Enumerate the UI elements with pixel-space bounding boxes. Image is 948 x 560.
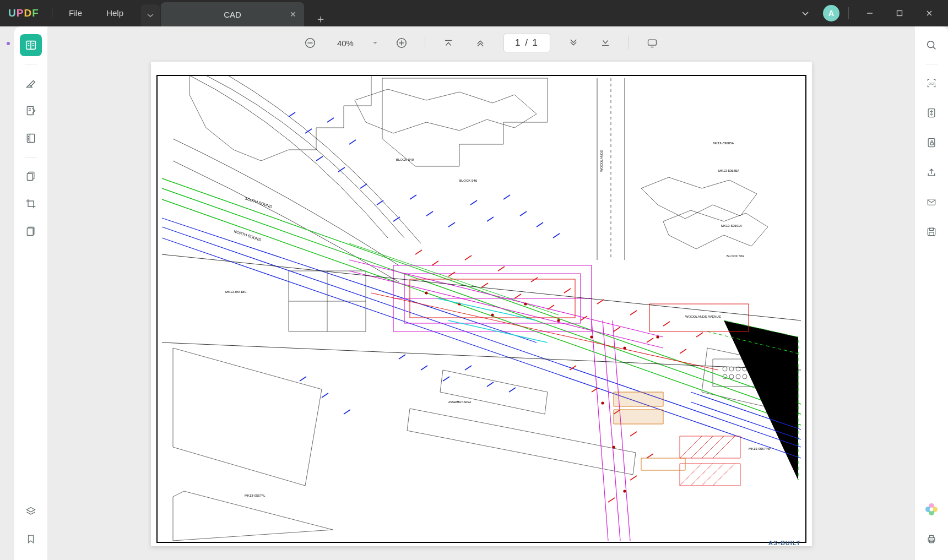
svg-line-97 <box>487 382 494 387</box>
svg-text:BLOCK 546: BLOCK 546 <box>459 179 478 182</box>
svg-line-84 <box>410 195 416 199</box>
tab-bar: CAD ✕ ＋ <box>141 0 332 26</box>
svg-point-33 <box>729 367 734 371</box>
svg-line-83 <box>393 217 400 221</box>
separator <box>25 64 37 64</box>
window-maximize-button[interactable] <box>887 0 912 26</box>
share-button[interactable] <box>920 161 942 183</box>
svg-rect-173 <box>930 535 934 537</box>
left-toolbar <box>14 26 47 560</box>
right-toolbar: OCR <box>915 26 948 560</box>
svg-rect-27 <box>648 40 657 45</box>
menu-help[interactable]: Help <box>94 0 136 26</box>
svg-rect-142 <box>641 458 685 470</box>
svg-line-77 <box>327 118 334 122</box>
cad-drawing: SOUTH BOUND NORTH BOUND MK13-05418C BLOC… <box>151 62 812 546</box>
save-button[interactable] <box>920 221 942 243</box>
top-toolbar: 40% 1 / 1 <box>47 26 915 59</box>
convert-button[interactable] <box>920 102 942 124</box>
menu-file[interactable]: File <box>57 0 94 26</box>
ocr-button[interactable]: OCR <box>920 72 942 94</box>
first-page-button[interactable] <box>440 34 457 52</box>
compress-button[interactable] <box>20 220 42 242</box>
crop-tool-button[interactable] <box>20 193 42 215</box>
highlight-tool-button[interactable] <box>20 72 42 94</box>
edit-text-button[interactable] <box>20 100 42 122</box>
svg-line-61 <box>680 436 702 458</box>
next-page-button[interactable] <box>565 34 582 52</box>
svg-point-127 <box>425 291 427 294</box>
svg-line-66 <box>680 464 702 486</box>
zoom-in-button[interactable] <box>393 34 410 52</box>
svg-line-74 <box>162 342 801 370</box>
bookmark-button[interactable] <box>20 528 42 550</box>
dropdown-button[interactable] <box>793 0 817 26</box>
zoom-dropdown[interactable] <box>372 40 378 46</box>
svg-text:ASSEMBLY AREA: ASSEMBLY AREA <box>448 400 472 404</box>
pdf-page: SOUTH BOUND NORTH BOUND MK13-05418C BLOC… <box>151 62 812 546</box>
svg-point-171 <box>930 508 934 512</box>
center-panel: 40% 1 / 1 <box>47 26 915 560</box>
svg-text:BLOCK 569: BLOCK 569 <box>727 254 745 258</box>
tab-active[interactable]: CAD ✕ <box>161 2 304 26</box>
svg-point-15 <box>28 140 29 140</box>
print-button[interactable] <box>920 528 942 550</box>
svg-line-76 <box>305 129 312 133</box>
svg-line-81 <box>360 184 367 188</box>
svg-text:WOODLANDS AVENUE: WOODLANDS AVENUE <box>685 315 721 318</box>
svg-line-69 <box>713 464 735 486</box>
search-button[interactable] <box>920 34 942 56</box>
svg-text:MK13-05418C: MK13-05418C <box>225 290 247 293</box>
presentation-button[interactable] <box>643 34 661 52</box>
svg-line-102 <box>415 250 422 254</box>
zoom-level: 40% <box>333 39 357 48</box>
drawing-status-label: AS-BUILT <box>768 540 801 546</box>
indicator-dot <box>7 42 10 45</box>
window-close-button[interactable] <box>917 0 941 26</box>
svg-line-63 <box>702 436 724 458</box>
prev-page-button[interactable] <box>472 34 489 52</box>
svg-text:MK13-05574L: MK13-05574L <box>245 494 266 497</box>
ai-assistant-button[interactable] <box>920 498 942 520</box>
page-indicator[interactable]: 1 / 1 <box>503 34 550 52</box>
svg-point-133 <box>623 346 626 349</box>
svg-line-123 <box>630 432 637 436</box>
app-logo: UPDF <box>0 7 47 19</box>
svg-line-99 <box>322 393 328 398</box>
layers-button[interactable] <box>20 501 42 523</box>
last-page-button[interactable] <box>597 34 614 52</box>
svg-point-131 <box>557 319 560 322</box>
svg-rect-162 <box>930 143 933 145</box>
tab-close-button[interactable]: ✕ <box>290 10 296 19</box>
svg-line-96 <box>465 366 472 370</box>
canvas-area[interactable]: SOUTH BOUND NORTH BOUND MK13-05418C BLOC… <box>47 59 915 560</box>
pages-panel-button[interactable] <box>20 127 42 149</box>
svg-line-105 <box>465 255 472 260</box>
new-tab-button[interactable]: ＋ <box>310 12 332 26</box>
svg-line-113 <box>597 300 604 304</box>
svg-text:MK13-05574W: MK13-05574W <box>749 447 771 450</box>
svg-line-68 <box>702 464 724 486</box>
svg-rect-140 <box>614 392 663 406</box>
svg-line-53 <box>349 271 663 348</box>
svg-line-108 <box>514 294 521 298</box>
tab-home[interactable] <box>141 4 160 26</box>
svg-point-14 <box>28 138 29 139</box>
organize-pages-button[interactable] <box>20 165 42 187</box>
svg-text:MK13-53691A: MK13-53691A <box>721 224 742 227</box>
email-button[interactable] <box>920 191 942 213</box>
svg-line-111 <box>564 289 571 293</box>
svg-line-110 <box>548 305 554 309</box>
window-minimize-button[interactable] <box>858 0 882 26</box>
svg-point-37 <box>729 374 734 379</box>
svg-line-46 <box>162 218 537 342</box>
svg-rect-163 <box>928 199 935 205</box>
protect-button[interactable] <box>920 132 942 154</box>
svg-text:NORTH BOUND: NORTH BOUND <box>233 229 262 242</box>
svg-line-62 <box>691 436 713 458</box>
separator <box>925 64 938 64</box>
zoom-out-button[interactable] <box>301 34 319 52</box>
avatar[interactable]: A <box>823 5 839 21</box>
svg-rect-166 <box>929 232 934 236</box>
reader-mode-button[interactable] <box>20 34 42 56</box>
